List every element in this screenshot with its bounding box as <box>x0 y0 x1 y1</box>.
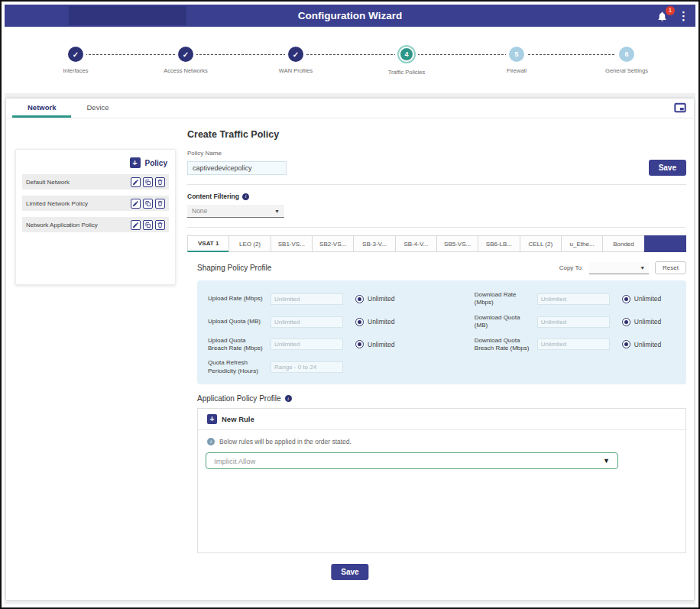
step-access-networks[interactable]: ✓ Access Networks <box>140 45 232 74</box>
radio-selected-icon <box>622 340 630 348</box>
wan-tab-cell[interactable]: CELL (2) <box>520 235 562 252</box>
copy-to-label: Copy To: <box>559 264 583 271</box>
download-rate-input[interactable] <box>537 293 610 305</box>
application-rules-panel: + New Rule i Below rules will be applied… <box>197 408 686 553</box>
add-policy-button[interactable]: + Policy <box>130 157 167 168</box>
download-quota-breach-unlimited-radio[interactable]: Unlimited <box>622 340 661 348</box>
upload-quota-unlimited-radio[interactable]: Unlimited <box>355 318 394 326</box>
info-icon: i <box>207 438 215 445</box>
app-window: Configuration Wizard 1 ⋮ ✓ Interfaces ✓ … <box>0 0 700 609</box>
download-quota-breach-label: Download Quota Breach Rate (Mbps) <box>475 337 537 353</box>
content-filtering-select[interactable]: None ▼ <box>187 205 284 218</box>
step-complete-icon: ✓ <box>288 47 303 62</box>
upload-quota-breach-unlimited-radio[interactable]: Unlimited <box>355 340 394 348</box>
step-active-icon: 4 <box>397 45 416 63</box>
upload-quota-breach-label: Upload Quota Breach Rate (Mbps) <box>208 337 271 353</box>
save-policy-button[interactable]: Save <box>649 160 686 176</box>
notifications-button[interactable]: 1 <box>656 9 670 23</box>
policy-name-label: Policy Name <box>187 150 686 157</box>
upload-quota-input[interactable] <box>271 316 343 328</box>
tab-network-label: Network <box>28 103 56 112</box>
upload-quota-breach-input[interactable] <box>271 339 343 350</box>
plus-icon: + <box>130 157 141 168</box>
download-quota-breach-input[interactable] <box>537 339 610 350</box>
chevron-down-icon: ▼ <box>603 457 610 465</box>
wan-tab-bonded[interactable]: Bonded <box>602 235 644 252</box>
copy-policy-icon[interactable] <box>143 220 153 230</box>
step-label: Traffic Policies <box>388 69 425 76</box>
shaping-profile-heading: Shaping Policy Profile <box>197 264 271 272</box>
application-profile-heading: Application Policy Profile <box>197 394 281 403</box>
upload-rate-unlimited-radio[interactable]: Unlimited <box>355 295 394 303</box>
wan-tab-ethernet[interactable]: u_Ethe... <box>561 235 603 252</box>
policy-list-item[interactable]: Network Application Policy <box>22 217 169 232</box>
radio-selected-icon <box>355 340 364 348</box>
tab-network[interactable]: Network <box>12 99 71 118</box>
delete-policy-icon[interactable] <box>155 199 165 209</box>
step-traffic-policies[interactable]: 4 Traffic Policies <box>361 45 452 76</box>
wan-tab-overflow[interactable] <box>644 235 686 252</box>
copy-policy-icon[interactable] <box>143 177 153 187</box>
kebab-menu-icon[interactable]: ⋮ <box>678 5 689 27</box>
radio-selected-icon <box>355 295 364 303</box>
delete-policy-icon[interactable] <box>155 177 165 187</box>
step-label: General Settings <box>605 67 648 74</box>
download-rate-unlimited-radio[interactable]: Unlimited <box>622 295 661 303</box>
divider <box>187 227 686 228</box>
rules-info-text: Below rules will be applied in the order… <box>219 438 352 445</box>
app-header: Configuration Wizard 1 ⋮ <box>5 5 695 27</box>
policy-name: Network Application Policy <box>26 222 131 228</box>
shaping-profile-panel: Upload Rate (Mbps) Unlimited Download Ra… <box>197 280 686 384</box>
rule-action-value: Implicit Allow <box>214 457 603 465</box>
download-rate-label: Download Rate (Mbps) <box>475 291 537 307</box>
radio-selected-icon <box>622 295 630 303</box>
policy-name-input[interactable] <box>187 161 287 175</box>
edit-policy-icon[interactable] <box>131 220 141 230</box>
step-general-settings[interactable]: 6 General Settings <box>581 45 672 74</box>
upload-rate-label: Upload Rate (Mbps) <box>208 295 271 303</box>
main-card: Network Device + Policy Default Network <box>6 99 694 600</box>
copy-to-select[interactable]: ▼ <box>589 262 649 274</box>
wan-tab-sb1[interactable]: SB1-VS... <box>271 235 313 252</box>
wan-tab-sb5[interactable]: SB5-VS... <box>436 235 478 252</box>
download-quota-input[interactable] <box>537 316 610 328</box>
divider <box>187 184 686 185</box>
rule-action-select[interactable]: Implicit Allow ▼ <box>206 452 618 469</box>
create-policy-heading: Create Traffic Policy <box>187 129 686 140</box>
edit-policy-icon[interactable] <box>131 177 141 187</box>
info-icon: i <box>285 395 292 402</box>
step-wan-profiles[interactable]: ✓ WAN Profiles <box>250 45 342 74</box>
wan-tab-vsat1[interactable]: VSAT 1 <box>187 235 229 252</box>
quota-refresh-periodicity-label: Quota Refresh Periodicity (Hours) <box>208 359 271 375</box>
policy-list-item[interactable]: Default Network <box>22 174 169 190</box>
step-complete-icon: ✓ <box>178 47 193 62</box>
info-icon: i <box>242 193 249 200</box>
reset-button[interactable]: Reset <box>655 261 686 274</box>
footer-save-button[interactable]: Save <box>331 564 368 580</box>
picture-in-picture-icon[interactable] <box>674 102 686 113</box>
policy-list-item[interactable]: Limited Network Policy <box>22 196 169 211</box>
wan-tab-leo[interactable]: LEO (2) <box>228 235 271 252</box>
step-label: WAN Profiles <box>279 67 313 74</box>
view-tab-bar: Network Device <box>6 99 694 118</box>
step-label: Firewall <box>507 67 527 74</box>
new-rule-button[interactable]: + New Rule <box>198 409 685 430</box>
wan-tab-sb6[interactable]: SB6-LB... <box>478 235 520 252</box>
page-body: Network Device + Policy Default Network <box>5 93 695 604</box>
radio-selected-icon <box>355 318 364 326</box>
quota-refresh-periodicity-input[interactable] <box>271 361 343 373</box>
edit-policy-icon[interactable] <box>131 199 141 209</box>
tab-device[interactable]: Device <box>71 99 124 118</box>
wan-tab-sb2[interactable]: SB2-VS... <box>312 235 354 252</box>
step-interfaces[interactable]: ✓ Interfaces <box>30 45 122 74</box>
download-quota-unlimited-radio[interactable]: Unlimited <box>622 318 661 326</box>
wizard-stepper: ✓ Interfaces ✓ Access Networks ✓ WAN Pro… <box>5 27 695 93</box>
chevron-down-icon: ▼ <box>274 209 280 214</box>
wan-tab-sb4[interactable]: SB-4-V... <box>395 235 437 252</box>
add-policy-label: Policy <box>145 159 167 167</box>
wan-tab-sb3[interactable]: SB-3-V... <box>353 235 395 252</box>
copy-policy-icon[interactable] <box>143 199 153 209</box>
upload-rate-input[interactable] <box>271 293 343 305</box>
step-firewall[interactable]: 5 Firewall <box>471 45 562 74</box>
delete-policy-icon[interactable] <box>155 220 165 230</box>
